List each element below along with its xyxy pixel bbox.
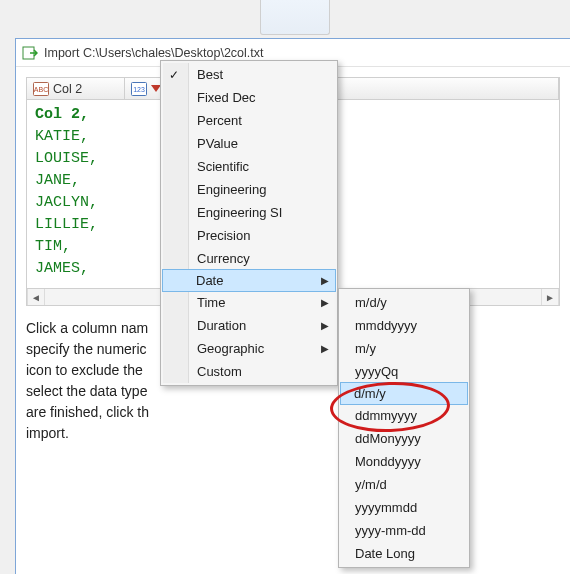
menu-item-label: Percent <box>197 113 242 128</box>
date-submenu-item[interactable]: Date Long <box>341 542 467 565</box>
format-menu-item[interactable]: Geographic▶ <box>163 337 335 360</box>
date-submenu-item[interactable]: ddMonyyyy <box>341 427 467 450</box>
col-header-2-label: Col 2 <box>53 82 82 96</box>
menu-item-label: Best <box>197 67 223 82</box>
format-menu-item[interactable]: ✓Best <box>163 63 335 86</box>
menu-item-label: Time <box>197 295 225 310</box>
menu-item-label: Engineering SI <box>197 205 282 220</box>
menu-item-label: d/m/y <box>354 386 386 401</box>
menu-item-label: yyyymmdd <box>355 500 417 515</box>
menu-item-label: Date Long <box>355 546 415 561</box>
menu-item-label: Fixed Dec <box>197 90 256 105</box>
submenu-arrow-icon: ▶ <box>321 297 329 308</box>
format-menu-item[interactable]: Custom <box>163 360 335 383</box>
date-submenu-item[interactable]: yyyy-mm-dd <box>341 519 467 542</box>
date-submenu-item[interactable]: yyyymmdd <box>341 496 467 519</box>
format-menu-item[interactable]: Currency <box>163 247 335 270</box>
date-submenu-item[interactable]: mmddyyyy <box>341 314 467 337</box>
menu-item-label: y/m/d <box>355 477 387 492</box>
date-submenu-item[interactable]: d/m/y <box>340 382 468 405</box>
format-menu-item[interactable]: Fixed Dec <box>163 86 335 109</box>
menu-item-label: Engineering <box>197 182 266 197</box>
format-menu-item[interactable]: Engineering <box>163 178 335 201</box>
submenu-arrow-icon: ▶ <box>321 275 329 286</box>
format-menu-item[interactable]: Percent <box>163 109 335 132</box>
menu-item-label: yyyy-mm-dd <box>355 523 426 538</box>
format-menu-item[interactable]: Scientific <box>163 155 335 178</box>
menu-item-label: Custom <box>197 364 242 379</box>
menu-item-label: Scientific <box>197 159 249 174</box>
date-submenu-item[interactable]: m/y <box>341 337 467 360</box>
menu-item-label: Monddyyyy <box>355 454 421 469</box>
date-submenu-item[interactable]: y/m/d <box>341 473 467 496</box>
check-icon: ✓ <box>169 68 179 82</box>
format-menu-item[interactable]: Engineering SI <box>163 201 335 224</box>
abc-type-icon: ABC <box>33 82 49 96</box>
menu-item-label: Precision <box>197 228 250 243</box>
scroll-left-icon[interactable]: ◄ <box>27 289 45 305</box>
format-menu-item[interactable]: PValue <box>163 132 335 155</box>
import-icon <box>22 45 38 61</box>
date-submenu-item[interactable]: yyyyQq <box>341 360 467 383</box>
menu-item-label: mmddyyyy <box>355 318 417 333</box>
submenu-arrow-icon: ▶ <box>321 320 329 331</box>
menu-item-label: m/y <box>355 341 376 356</box>
window-title: Import C:\Users\chales\Desktop\2col.txt <box>44 46 264 60</box>
menu-item-label: Date <box>196 273 223 288</box>
scroll-right-icon[interactable]: ► <box>541 289 559 305</box>
svg-text:123: 123 <box>133 86 145 93</box>
date-submenu-item[interactable]: m/d/y <box>341 291 467 314</box>
menu-item-label: ddMonyyyy <box>355 431 421 446</box>
background-panel <box>260 0 330 35</box>
format-menu: ✓BestFixed DecPercentPValueScientificEng… <box>160 60 338 386</box>
svg-text:ABC: ABC <box>34 86 48 93</box>
menu-item-label: ddmmyyyy <box>355 408 417 423</box>
menu-item-label: m/d/y <box>355 295 387 310</box>
format-menu-item[interactable]: Time▶ <box>163 291 335 314</box>
format-menu-item[interactable]: Duration▶ <box>163 314 335 337</box>
date-submenu-item[interactable]: Monddyyyy <box>341 450 467 473</box>
submenu-arrow-icon: ▶ <box>321 343 329 354</box>
col-header-2[interactable]: ABC Col 2 <box>27 78 125 99</box>
menu-item-label: PValue <box>197 136 238 151</box>
date-submenu: m/d/ymmddyyyym/yyyyyQqd/m/yddmmyyyyddMon… <box>338 288 470 568</box>
menu-item-label: yyyyQq <box>355 364 398 379</box>
menu-item-label: Duration <box>197 318 246 333</box>
numeric-type-icon: 123 <box>131 82 147 96</box>
menu-item-label: Currency <box>197 251 250 266</box>
menu-item-label: Geographic <box>197 341 264 356</box>
date-submenu-item[interactable]: ddmmyyyy <box>341 404 467 427</box>
format-menu-item[interactable]: Date▶ <box>162 269 336 292</box>
background-strip <box>0 0 570 38</box>
format-menu-item[interactable]: Precision <box>163 224 335 247</box>
